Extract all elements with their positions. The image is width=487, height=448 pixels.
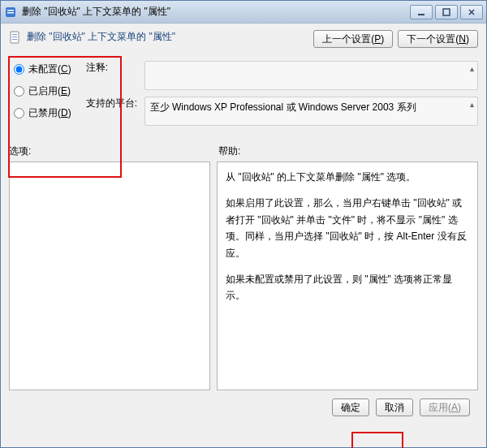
platform-box: 至少 Windows XP Professional 或 Windows Ser…: [144, 97, 478, 126]
options-panel[interactable]: [9, 162, 210, 390]
comment-box[interactable]: ▴: [144, 61, 478, 90]
chevron-up-icon: ▴: [470, 64, 474, 73]
annotation-highlight-ok: [351, 432, 403, 448]
svg-rect-6: [12, 34, 17, 35]
dialog-footer: 确定 取消 应用(A): [9, 390, 478, 424]
radio-disabled-label[interactable]: 已禁用(D): [28, 106, 71, 120]
radio-enabled[interactable]: [14, 86, 24, 97]
chevron-up-icon: ▴: [470, 100, 474, 109]
svg-rect-4: [443, 9, 450, 15]
minimize-button[interactable]: [410, 5, 433, 19]
platform-value: 至少 Windows XP Professional 或 Windows Ser…: [150, 101, 416, 113]
window-title: 删除 "回收站" 上下文菜单的 "属性": [22, 5, 410, 19]
cancel-button[interactable]: 取消: [376, 398, 413, 416]
svg-rect-3: [418, 14, 425, 15]
apply-button[interactable]: 应用(A): [420, 398, 470, 416]
help-paragraph: 如果启用了此设置，那么，当用户右键单击 "回收站" 或者打开 "回收站" 并单击…: [226, 195, 469, 261]
help-panel[interactable]: 从 "回收站" 的上下文菜单删除 "属性" 选项。 如果启用了此设置，那么，当用…: [217, 162, 478, 390]
svg-rect-1: [7, 10, 14, 11]
app-icon: [4, 6, 17, 19]
config-row: 未配置(C) 已启用(E) 已禁用(D) 注释: ▴ 支持的平台:: [9, 54, 478, 128]
dialog-window: 删除 "回收站" 上下文菜单的 "属性" 删除 "回收站" 上下文菜单的 "属性…: [0, 0, 487, 448]
ok-button[interactable]: 确定: [332, 398, 369, 416]
radio-disabled[interactable]: [14, 108, 24, 118]
svg-rect-7: [12, 37, 17, 37]
titlebar[interactable]: 删除 "回收站" 上下文菜单的 "属性": [1, 1, 486, 24]
svg-rect-8: [12, 39, 17, 40]
platform-label: 支持的平台:: [86, 97, 138, 126]
help-paragraph: 如果未配置或禁用了此设置，则 "属性" 选项将正常显示。: [226, 271, 469, 304]
help-paragraph: 从 "回收站" 的上下文菜单删除 "属性" 选项。: [226, 169, 469, 185]
help-label: 帮助:: [218, 144, 240, 158]
header-row: 删除 "回收站" 上下文菜单的 "属性" 上一个设置(P) 下一个设置(N): [9, 30, 478, 48]
close-button[interactable]: [460, 5, 483, 19]
next-setting-button[interactable]: 下一个设置(N): [398, 30, 478, 48]
policy-icon: [9, 31, 22, 44]
options-label: 选项:: [9, 144, 210, 158]
window-controls: [410, 5, 483, 19]
panel-labels: 选项: 帮助:: [9, 144, 478, 158]
maximize-button[interactable]: [435, 5, 458, 19]
radio-not-configured-label[interactable]: 未配置(C): [28, 62, 71, 76]
previous-setting-button[interactable]: 上一个设置(P): [313, 30, 393, 48]
comment-label: 注释:: [86, 61, 138, 90]
svg-rect-2: [7, 12, 14, 14]
meta-column: 注释: ▴ 支持的平台: 至少 Windows XP Professional …: [86, 54, 478, 126]
radio-enabled-label[interactable]: 已启用(E): [28, 84, 71, 98]
panels: 从 "回收站" 的上下文菜单删除 "属性" 选项。 如果启用了此设置，那么，当用…: [9, 162, 478, 390]
radio-not-configured[interactable]: [14, 64, 24, 75]
policy-title: 删除 "回收站" 上下文菜单的 "属性": [27, 30, 175, 44]
state-radios: 未配置(C) 已启用(E) 已禁用(D): [9, 54, 75, 128]
content-area: 删除 "回收站" 上下文菜单的 "属性" 上一个设置(P) 下一个设置(N) 未…: [1, 24, 486, 447]
